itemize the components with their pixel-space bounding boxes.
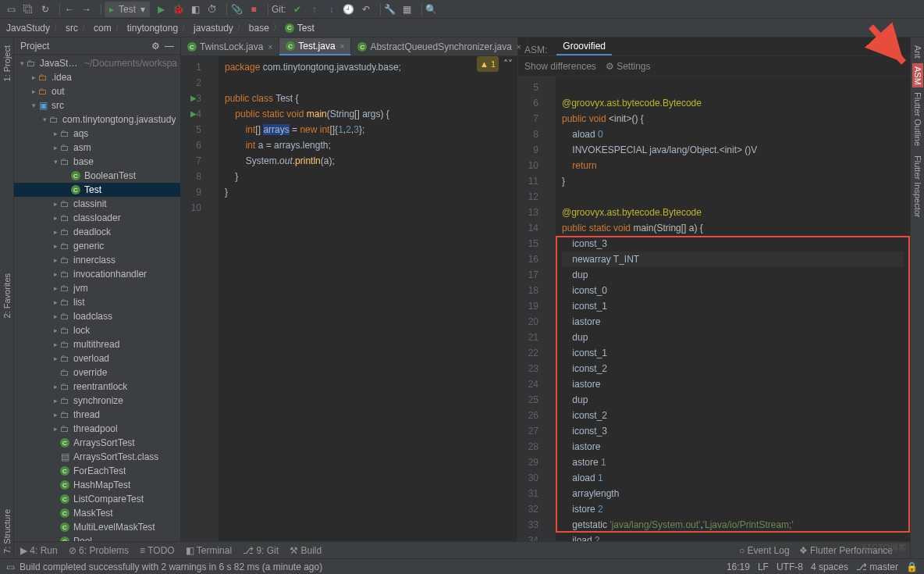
tool-button[interactable]: ⚒ Build	[290, 545, 322, 556]
git-push-icon[interactable]: ↑	[308, 3, 321, 16]
tree-item[interactable]: ▸🗀multithread	[14, 337, 180, 351]
editor-tab[interactable]: CTwinsLock.java×	[181, 38, 279, 55]
editor-tabs[interactable]: CTwinsLock.java×CTest.java×CAbstractQueu…	[181, 37, 517, 56]
git-pull-icon[interactable]: ↓	[325, 3, 338, 16]
caret-position[interactable]: 16:19	[727, 562, 750, 572]
tree-item[interactable]: ▸🗀thread	[14, 408, 180, 422]
save-icon[interactable]: ▭	[5, 3, 17, 16]
tree-item[interactable]: ▾🗀base	[14, 155, 180, 169]
stripe-button[interactable]: 2: Favorites	[2, 269, 12, 323]
editor-tab[interactable]: CTest.java×	[279, 38, 351, 55]
tree-item[interactable]: CListCompareTest	[14, 492, 180, 506]
tree-item[interactable]: ▸🗀jvm	[14, 281, 180, 295]
code-lines[interactable]: ▲ 1 ˄ ˅ package com.tinytongtong.javastu…	[219, 56, 517, 558]
git-revert-icon[interactable]: ↶	[360, 3, 372, 16]
tool-button[interactable]: ⊘ 6: Problems	[69, 545, 129, 556]
asm-settings-link[interactable]: ⚙ Settings	[606, 61, 651, 72]
tree-item[interactable]: CMaskTest	[14, 506, 180, 520]
indent[interactable]: 4 spaces	[811, 562, 848, 572]
run-button[interactable]: ▶	[155, 3, 167, 16]
tree-item[interactable]: ▸🗀lock	[14, 323, 180, 337]
show-diff-link[interactable]: Show differences	[524, 61, 596, 72]
tree-item[interactable]: ▸🗀deadlock	[14, 225, 180, 239]
back-icon[interactable]: ←	[63, 3, 76, 16]
status-icon[interactable]: ▭	[6, 562, 15, 572]
tool-button[interactable]: ◧ Terminal	[186, 545, 232, 556]
tree-item[interactable]: CTest	[14, 183, 180, 197]
project-structure-icon[interactable]: ▦	[401, 3, 414, 16]
attach-button[interactable]: 📎	[230, 3, 243, 16]
tree-item[interactable]: ▸🗀generic	[14, 239, 180, 253]
source-editor[interactable]: 123▶4▶5678910 ▲ 1 ˄ ˅ package com.tinyto…	[181, 56, 517, 558]
editor-tab[interactable]: CAbstractQueuedSynchronizer.java×	[351, 38, 528, 55]
tree-item[interactable]: CBooleanTest	[14, 169, 180, 183]
tree-item[interactable]: 🗀override	[14, 365, 180, 380]
gear-icon[interactable]: ⚙	[151, 41, 160, 52]
tool-button[interactable]: ○ Event Log	[739, 545, 790, 556]
lock-icon[interactable]: 🔒	[906, 562, 918, 572]
stripe-button[interactable]: Flutter Inspector	[913, 151, 922, 222]
profile-button[interactable]: ⏱	[206, 3, 219, 16]
breadcrumb-item[interactable]: com	[94, 23, 112, 34]
breadcrumb-item[interactable]: CTest	[285, 23, 315, 34]
tree-item[interactable]: ▾▣src	[14, 98, 180, 112]
git-branch[interactable]: ⎇ master	[856, 562, 898, 572]
tree-item[interactable]: ▸🗀innerclass	[14, 253, 180, 267]
project-panel-header[interactable]: Project ⚙ —	[14, 37, 180, 55]
save-all-icon[interactable]: ⿻	[22, 3, 34, 16]
tree-item[interactable]: ▸🗀classloader	[14, 211, 180, 225]
tree-item[interactable]: ▸🗀aqs	[14, 127, 180, 141]
encoding[interactable]: UTF-8	[777, 562, 803, 572]
tree-item[interactable]: ▸🗀overload	[14, 351, 180, 365]
tree-item[interactable]: ▸🗀synchronize	[14, 394, 180, 408]
tool-button[interactable]: ≡ TODO	[140, 545, 175, 556]
tree-item[interactable]: ▸🗀list	[14, 295, 180, 309]
tree-item[interactable]: CArraysSortTest	[14, 436, 180, 450]
tool-button[interactable]: ▶ 4: Run	[20, 545, 58, 556]
tree-item[interactable]: CHashMapTest	[14, 478, 180, 492]
tree-item[interactable]: ▾🗀JavaStudy~/Documents/workspa	[14, 56, 180, 70]
breadcrumb-item[interactable]: JavaStudy	[6, 23, 50, 34]
tree-item[interactable]: ▸🗀out	[14, 84, 180, 98]
line-ending[interactable]: LF	[758, 562, 769, 572]
stop-button[interactable]: ■	[247, 3, 260, 16]
debug-button[interactable]: 🐞	[172, 3, 184, 16]
stripe-button[interactable]: 1: Project	[2, 41, 12, 86]
tree-item[interactable]: CMultiLevelMaskTest	[14, 520, 180, 534]
run-config-selector[interactable]: ▸ Test ▾	[105, 2, 150, 17]
tool-button[interactable]: ⎇ 9: Git	[243, 545, 279, 556]
tree-item[interactable]: ▸🗀loadclass	[14, 309, 180, 323]
asm-tab[interactable]: Groovified	[556, 38, 612, 55]
bytecode-editor[interactable]: 5678910111213141516171819202122232425262…	[518, 77, 910, 558]
git-commit-icon[interactable]: ✔	[291, 3, 304, 16]
breadcrumb-item[interactable]: src	[66, 23, 78, 34]
tree-item[interactable]: ▸🗀.idea	[14, 70, 180, 84]
tree-item[interactable]: ▸🗀reentrantlock	[14, 380, 180, 394]
breadcrumb-item[interactable]: base	[249, 23, 269, 34]
stripe-button[interactable]: 7: Structure	[2, 504, 12, 558]
git-history-icon[interactable]: 🕘	[343, 3, 355, 16]
breadcrumb-item[interactable]: javastudy	[194, 23, 233, 34]
asm-tabs[interactable]: ASM: BytecodeASMifiedGroovified	[518, 37, 910, 56]
tree-item[interactable]: ▸🗀classinit	[14, 197, 180, 211]
project-tree[interactable]: ▾🗀JavaStudy~/Documents/workspa▸🗀.idea▸🗀o…	[14, 55, 180, 558]
settings-icon[interactable]: 🔧	[384, 3, 396, 16]
coverage-button[interactable]: ◧	[189, 3, 201, 16]
stripe-button[interactable]: Flutter Outline	[913, 87, 922, 151]
tree-item[interactable]: ▸🗀threadpool	[14, 422, 180, 436]
breadcrumb-item[interactable]: tinytongtong	[127, 23, 178, 34]
bytecode-lines[interactable]: @groovyx.ast.bytecode.Bytecodepublic voi…	[556, 77, 910, 558]
tree-item[interactable]: ▸🗀asm	[14, 141, 180, 155]
search-icon[interactable]: 🔍	[425, 3, 438, 16]
hide-icon[interactable]: —	[165, 41, 174, 52]
forward-icon[interactable]: →	[80, 3, 93, 16]
tree-item[interactable]: ▸🗀invocationhandler	[14, 267, 180, 281]
tree-item[interactable]: ▾🗀com.tinytongtong.javastudy	[14, 112, 180, 127]
tree-item[interactable]: CForEachTest	[14, 464, 180, 478]
sync-icon[interactable]: ↻	[39, 3, 52, 16]
watermark: 51CTO博客	[862, 542, 907, 554]
inspection-widget[interactable]: ▲ 1 ˄ ˅	[477, 56, 513, 72]
chevron-down-icon[interactable]: ˅	[508, 56, 513, 72]
bottom-tool-buttons[interactable]: ▶ 4: Run⊘ 6: Problems≡ TODO◧ Terminal⎇ 9…	[14, 541, 910, 558]
tree-item[interactable]: ▤ArraysSortTest.class	[14, 450, 180, 464]
